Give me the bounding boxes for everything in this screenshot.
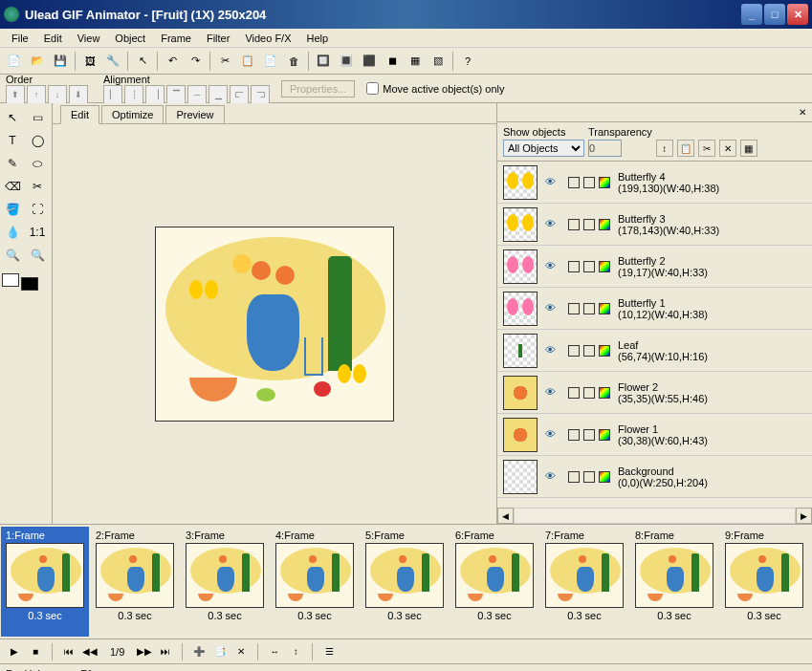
prev-frame-button[interactable]: ◀◀	[81, 643, 99, 660]
layer-swatch-2[interactable]	[583, 177, 595, 188]
visibility-icon[interactable]: 👁	[545, 176, 562, 189]
stop-button[interactable]: ■	[27, 643, 44, 660]
frame-item[interactable]: 1:Frame 0.3 sec	[1, 527, 89, 637]
tab-edit[interactable]: Edit	[60, 105, 99, 124]
layer-row[interactable]: 👁 Butterfly 2 (19,17)(W:40,H:33)	[497, 246, 812, 288]
show-objects-dropdown[interactable]: All Objects	[503, 140, 584, 157]
layer-row[interactable]: 👁 Butterfly 4 (199,130)(W:40,H:38)	[497, 162, 812, 204]
layer-row[interactable]: 👁 Flower 2 (35,35)(W:55,H:46)	[497, 372, 812, 414]
menu-videofx[interactable]: Video F/X	[237, 31, 298, 46]
layer-row[interactable]: 👁 Background (0,0)(W:250,H:204)	[497, 456, 812, 498]
canvas-viewport[interactable]	[53, 124, 496, 524]
help-button[interactable]: ?	[457, 51, 478, 72]
layer-thumbnail[interactable]	[503, 292, 538, 326]
layer-gradient-icon[interactable]	[599, 177, 610, 188]
foreground-swatch[interactable]	[2, 273, 19, 287]
layer-tool-4[interactable]: ✕	[719, 140, 736, 157]
layer-thumbnail[interactable]	[503, 249, 538, 284]
select-rect-tool[interactable]: ▭	[27, 107, 48, 128]
frame-tool-c[interactable]: ☰	[320, 643, 338, 660]
layer-swatch-1[interactable]	[568, 345, 580, 357]
order-backward[interactable]: ↓	[48, 85, 67, 104]
layer-swatch-1[interactable]	[568, 387, 580, 399]
tool-d[interactable]: ◼	[382, 51, 403, 72]
open-button[interactable]: 📂	[27, 51, 48, 72]
tool-c[interactable]: ⬛	[359, 51, 380, 72]
fill-tool[interactable]: 🪣	[2, 199, 23, 220]
scroll-right-icon[interactable]: ▶	[796, 508, 812, 524]
menu-file[interactable]: File	[4, 31, 36, 46]
layer-gradient-icon[interactable]	[599, 429, 610, 441]
layer-gradient-icon[interactable]	[599, 345, 610, 357]
move-active-checkbox[interactable]	[366, 82, 379, 95]
paste-button[interactable]: 📄	[260, 51, 281, 72]
brush-tool[interactable]: ✎	[2, 153, 23, 174]
dup-frame-button[interactable]: 📑	[211, 643, 229, 660]
visibility-icon[interactable]: 👁	[545, 428, 562, 442]
layer-gradient-icon[interactable]	[599, 219, 610, 230]
layer-tool-3[interactable]: ✂	[698, 140, 715, 157]
frame-thumbnail[interactable]	[365, 543, 444, 608]
redo-button[interactable]: ↷	[185, 51, 206, 72]
tab-preview[interactable]: Preview	[165, 105, 224, 123]
lasso-tool[interactable]: ⬭	[27, 153, 48, 174]
menu-filter[interactable]: Filter	[199, 31, 237, 46]
layer-thumbnail[interactable]	[503, 334, 538, 368]
layer-swatch-2[interactable]	[583, 261, 595, 272]
layer-row[interactable]: 👁 Butterfly 1 (10,12)(W:40,H:38)	[497, 288, 812, 330]
menu-edit[interactable]: Edit	[36, 31, 70, 46]
text-tool[interactable]: T	[2, 130, 23, 151]
layer-thumbnail[interactable]	[503, 376, 538, 410]
first-frame-button[interactable]: ⏮	[60, 643, 77, 660]
layer-swatch-2[interactable]	[583, 471, 595, 483]
frame-thumbnail[interactable]	[725, 543, 803, 608]
layer-row[interactable]: 👁 Flower 1 (30,38)(W:60,H:43)	[497, 414, 812, 456]
minimize-button[interactable]: _	[741, 4, 762, 25]
layer-swatch-1[interactable]	[568, 177, 580, 188]
layer-gradient-icon[interactable]	[599, 387, 610, 399]
zoom-out-tool[interactable]: 🔍	[27, 245, 48, 266]
align-right[interactable]: ▕	[145, 85, 165, 104]
layer-thumbnail[interactable]	[503, 165, 538, 200]
new-button[interactable]: 📄	[4, 51, 25, 72]
order-forward[interactable]: ↑	[27, 85, 46, 104]
canvas[interactable]	[155, 227, 394, 422]
layer-swatch-2[interactable]	[583, 345, 595, 357]
layer-gradient-icon[interactable]	[599, 261, 610, 272]
properties-button[interactable]: Properties...	[281, 80, 355, 97]
order-front[interactable]: ⬆	[6, 85, 25, 104]
visibility-icon[interactable]: 👁	[545, 344, 562, 357]
tool-b[interactable]: 🔳	[336, 51, 357, 72]
tool-e[interactable]: ▦	[405, 51, 426, 72]
layer-tool-1[interactable]: ↕	[656, 140, 673, 157]
copy-button[interactable]: 📋	[237, 51, 258, 72]
layer-swatch-1[interactable]	[568, 303, 580, 314]
transparency-input[interactable]	[588, 140, 622, 157]
layer-thumbnail[interactable]	[503, 418, 538, 452]
layer-list[interactable]: 👁 Butterfly 4 (199,130)(W:40,H:38) 👁 But…	[497, 162, 812, 508]
align-center-h[interactable]: ┆	[124, 85, 143, 104]
frame-tool-b[interactable]: ↕	[287, 643, 304, 660]
order-back[interactable]: ⬇	[69, 85, 88, 104]
frame-item[interactable]: 9:Frame 0.3 sec	[720, 527, 808, 637]
save-button[interactable]: 💾	[50, 51, 71, 72]
frame-tool-a[interactable]: ↔	[266, 643, 283, 660]
undo-button[interactable]: ↶	[162, 51, 183, 72]
eraser-tool[interactable]: ⌫	[2, 176, 23, 197]
select-ellipse-tool[interactable]: ◯	[27, 130, 48, 151]
frame-bar[interactable]: 1:Frame 0.3 sec 2:Frame 0.3 sec 3:Frame …	[0, 524, 812, 639]
layer-swatch-2[interactable]	[583, 429, 595, 441]
eyedropper-tool[interactable]: 💧	[2, 222, 23, 243]
resize-tool[interactable]: ⛶	[27, 199, 48, 220]
export-button[interactable]: 🖼	[79, 51, 100, 72]
pointer-tool[interactable]: ↖	[2, 107, 23, 128]
frame-item[interactable]: 4:Frame 0.3 sec	[271, 527, 359, 637]
layer-swatch-1[interactable]	[568, 219, 580, 230]
frame-item[interactable]: 6:Frame 0.3 sec	[450, 527, 538, 637]
visibility-icon[interactable]: 👁	[545, 260, 562, 273]
crop-tool[interactable]: ✂	[27, 176, 48, 197]
align-left[interactable]: ▏	[103, 85, 122, 104]
menu-view[interactable]: View	[70, 31, 108, 46]
align-bottom[interactable]: ▁	[208, 85, 228, 104]
frame-thumbnail[interactable]	[275, 543, 354, 608]
